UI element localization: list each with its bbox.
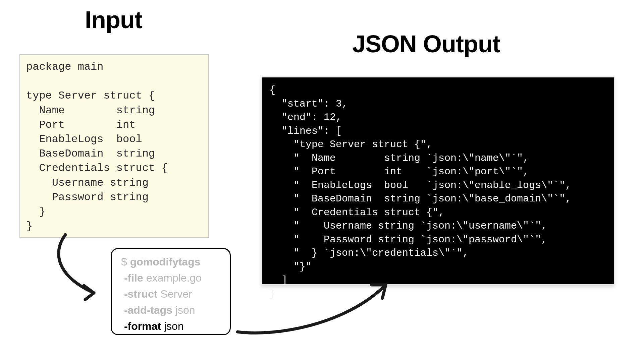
command-box: $ gomodifytags -file example.go -struct … [111,248,231,335]
command-line-flag-format: -format json [121,318,222,334]
flag-value: json [164,320,184,332]
command-line-flag-file: -file example.go [121,270,222,286]
flag-name: -file [124,272,143,284]
output-code-block: { "start": 3, "end": 12, "lines": [ "typ… [261,76,615,285]
command-line-bin: $ gomodifytags [121,254,222,270]
input-code-block: package main type Server struct { Name s… [19,54,209,238]
command-binary: gomodifytags [130,256,201,268]
flag-value: Server [160,288,192,300]
flag-value: json [175,304,195,316]
prompt-symbol: $ [121,256,130,268]
diagram-stage: Input JSON Output package main type Serv… [0,0,644,362]
flag-value: example.go [146,272,202,284]
flag-name: -struct [124,288,158,300]
flag-name: -format [124,320,161,332]
flag-name: -add-tags [124,304,172,316]
arrow-input-to-command [44,233,107,303]
output-heading: JSON Output [352,30,500,58]
input-heading: Input [85,6,142,34]
command-line-flag-add-tags: -add-tags json [121,302,222,318]
command-line-flag-struct: -struct Server [121,286,222,302]
